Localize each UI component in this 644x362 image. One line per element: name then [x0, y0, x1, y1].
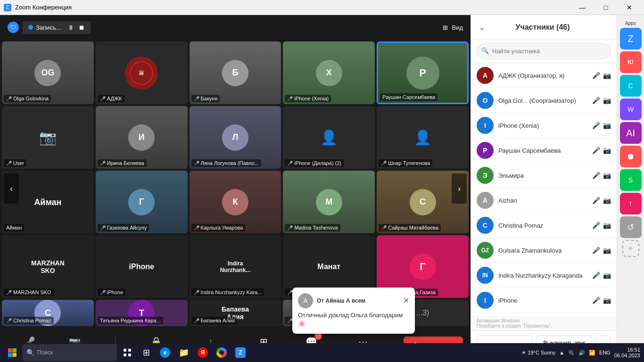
video-area: 🛡 Запись... ⏸ ⏹ ⊞ Вид OG — [0, 15, 471, 362]
participant-item[interactable]: Э Эльмира 🎤 📷 — [471, 163, 617, 188]
cam-muted-icon: 📷 — [603, 296, 611, 304]
chat-popup-avatar: А — [298, 293, 313, 308]
app4-button[interactable]: W — [620, 99, 642, 120]
cell-name-9: 🎤 iPhone (Дилара) (2) — [285, 159, 344, 167]
pause-icon[interactable]: ⏸ — [68, 24, 74, 31]
sesh-app-button[interactable]: S — [620, 169, 642, 191]
participant-controls: 🎤 📷 — [592, 197, 611, 204]
participant-name: Gulsara Zhamankulova — [498, 247, 587, 254]
participant-controls: 🎤 📷 — [592, 72, 611, 79]
grid-icon: ⊞ — [443, 24, 448, 31]
cell-name-8: 🎤 Ляна Логунова (Павло... — [191, 159, 261, 167]
participant-controls: 🎤 📷 — [592, 172, 611, 179]
participant-item[interactable]: А АДЖК (Организатор, я) 🎤 📷 — [471, 63, 617, 88]
mic-muted-icon: 🎤 — [592, 172, 600, 179]
chat-popup-close[interactable]: ✕ — [403, 296, 409, 305]
app9-button[interactable]: ↺ — [620, 216, 642, 238]
cell-name-14: 🎤 Madina Tashenova — [285, 224, 340, 231]
prev-page-button[interactable]: ‹ — [4, 173, 19, 204]
participant-avatar: C — [477, 217, 494, 234]
participant-item[interactable]: C Christina Pomaz 🎤 📷 — [471, 213, 617, 238]
twine-app-button[interactable]: t — [620, 193, 642, 214]
zoom-app-button[interactable]: Z — [620, 28, 642, 49]
taskbar-explorer[interactable]: 📁 — [175, 344, 192, 361]
person-placeholder-6: 📷 — [39, 129, 57, 146]
cell-name-11: Айман — [4, 224, 24, 231]
taskbar-zoom[interactable]: Z — [232, 344, 249, 361]
svg-rect-6 — [124, 354, 126, 356]
participant-controls: 🎤 📷 — [592, 296, 611, 304]
svg-rect-5 — [128, 349, 131, 352]
participant-avatar: O — [477, 92, 494, 109]
record-label: Запись... — [36, 24, 61, 31]
panel-collapse-button[interactable]: ⌄ — [479, 22, 486, 33]
participant-controls: 🎤 📷 — [592, 222, 611, 229]
mic-muted-icon: 🎤 — [592, 272, 600, 279]
participant-item[interactable]: I iPhone (Xenia) 🎤 📷 — [471, 113, 617, 138]
record-indicator: Запись... ⏸ ⏹ — [23, 21, 91, 34]
cam-muted-icon: 📷 — [603, 172, 611, 179]
taskbar-edge[interactable]: e — [157, 344, 173, 361]
window-title: Zoom Конференция — [15, 4, 72, 11]
app3-button[interactable]: C — [620, 75, 642, 97]
weather-info: ☀ 19°C Sunny — [521, 350, 555, 356]
cell-name-23: 🎤 Бапаева Алия — [191, 317, 237, 324]
participant-controls: 🎤 📷 — [592, 97, 611, 104]
add-app-button[interactable]: + — [622, 240, 639, 257]
wifi-icon: 📶 — [589, 350, 595, 356]
video-cell-3: Б 🎤 Бакуня — [190, 41, 281, 104]
lang-label: ENG — [599, 350, 611, 355]
search-input[interactable] — [477, 43, 611, 59]
participant-item[interactable]: А Aizhan 🎤 📷 — [471, 188, 617, 213]
video-cell-14: M 🎤 Madina Tashenova — [283, 171, 375, 233]
participant-avatar: I — [477, 117, 494, 134]
taskbar-widgets[interactable]: ⊞ — [138, 344, 155, 361]
ai-app-button[interactable]: AI — [620, 122, 642, 144]
taskbar-taskview[interactable] — [119, 344, 136, 361]
participant-avatar: А — [477, 192, 494, 209]
video-cell-18: Indira Nurzhank... 🎤 Indira Nurzhankyzy … — [190, 235, 281, 298]
video-cell-17: iPhone 🎤 iPhone — [96, 235, 188, 298]
taskbar-chrome[interactable] — [213, 344, 230, 361]
participant-item[interactable]: O Olga Gol... (Соорганизатор) 🎤 📷 — [471, 88, 617, 113]
close-button[interactable]: ✕ — [619, 0, 640, 15]
record-app-button[interactable]: ⏺ — [620, 146, 642, 167]
participant-item[interactable]: IN Indira Nurzhankyzy Karaganda 🎤 📷 — [471, 263, 617, 288]
participant-avatar: IN — [477, 267, 494, 284]
mic-muted-icon: 🎤 — [592, 247, 600, 254]
cam-muted-icon: 📷 — [603, 197, 611, 204]
video-cell-2: 🏛 🎤 АДЖК — [96, 41, 188, 104]
participant-item[interactable]: I iPhone 🎤 📷 — [471, 288, 617, 313]
taskbar-search[interactable]: 🔍 Поиск — [23, 344, 117, 361]
person-placeholder-10: 👤 — [414, 129, 431, 146]
cell-title-18: Indira Nurzhank... — [212, 260, 258, 273]
volume-icon: 🔊 — [578, 350, 585, 356]
video-cell-8: Л 🎤 Ляна Логунова (Павло... — [190, 106, 281, 169]
participants-panel: ⌄ Участники (46) А АДЖК (Организатор, я)… — [471, 15, 617, 362]
video-grid: OG 🎤 Olga Golovkina 🏛 🎤 АДЖК Б — [0, 40, 471, 328]
video-cell-12: Г 🎤 Газизова Айсулу — [96, 171, 188, 233]
taskbar-yandex[interactable]: Я — [194, 344, 211, 361]
clock-time: 16:51 — [627, 347, 640, 353]
view-label[interactable]: Вид — [452, 24, 463, 31]
participant-name: Christina Pomaz — [498, 222, 587, 229]
participant-name: Olga Gol... (Соорганизатор) — [498, 97, 587, 104]
start-button[interactable] — [4, 344, 21, 361]
minimize-button[interactable]: — — [571, 0, 593, 15]
participant-item[interactable]: GZ Gulsara Zhamankulova 🎤 📷 — [471, 238, 617, 263]
svg-rect-2 — [8, 353, 12, 357]
next-page-button[interactable]: › — [452, 173, 467, 204]
cell-name-15: 🎤 Сайраш Матайбаева — [379, 224, 441, 231]
cell-title-17: iPhone — [129, 263, 154, 271]
participant-item[interactable]: Р Раушан Сарсембаева 🎤 📷 — [471, 138, 617, 163]
person-placeholder-9: 👤 — [320, 129, 338, 146]
cell-name-4: 🎤 iPhone (Xenia) — [285, 95, 331, 102]
app-icon: Z — [4, 4, 11, 11]
participant-item[interactable]: I iPhone 🎤 📷 — [471, 313, 617, 316]
kahoot-app-button[interactable]: K! — [620, 51, 642, 73]
security-icon: 🛡 — [8, 22, 19, 33]
maximize-button[interactable]: □ — [595, 0, 617, 15]
participant-name: Aizhan — [498, 197, 587, 204]
cell-name-5: Раушан Сарсембаева — [380, 93, 438, 101]
stop-icon[interactable]: ⏹ — [79, 24, 85, 31]
